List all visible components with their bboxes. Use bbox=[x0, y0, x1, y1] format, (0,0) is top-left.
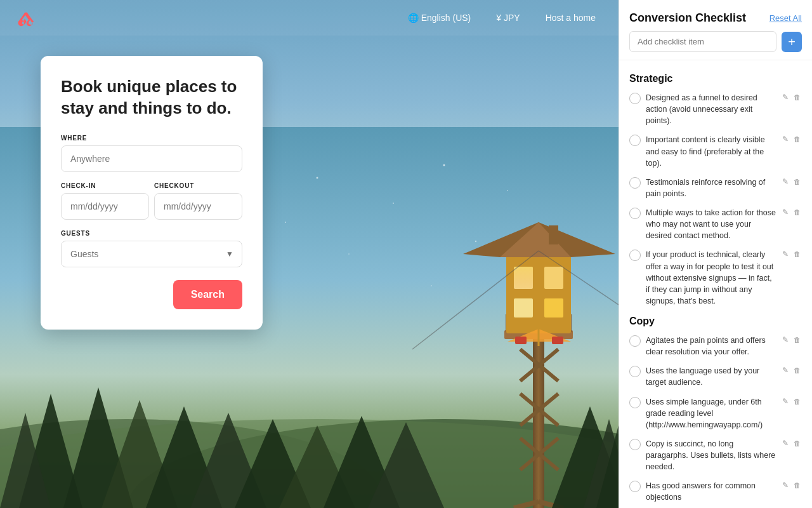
item-checkbox[interactable] bbox=[629, 208, 641, 219]
checklist-item: Important content is clearly visible and… bbox=[619, 130, 812, 172]
checklist-item: Designed as a funnel to desired action (… bbox=[619, 88, 812, 130]
delete-item-button[interactable] bbox=[792, 250, 802, 258]
add-checklist-input[interactable] bbox=[629, 31, 776, 52]
checkout-field: CHECKOUT bbox=[154, 182, 242, 220]
item-actions bbox=[781, 481, 802, 490]
checklist-item: Has good answers for common objections bbox=[619, 476, 812, 507]
where-input[interactable] bbox=[61, 145, 242, 172]
checklist-item: Agitates the pain points and offers clea… bbox=[619, 331, 812, 361]
where-label: WHERE bbox=[61, 135, 242, 142]
airbnb-logo-icon bbox=[15, 8, 36, 28]
navbar: 🌐 English (US) ¥ JPY Host a home bbox=[0, 0, 619, 36]
delete-item-button[interactable] bbox=[792, 439, 802, 448]
item-actions bbox=[781, 366, 802, 375]
item-text: Testimonials reinforce resolving of pain… bbox=[646, 177, 776, 199]
host-link[interactable]: Host a home bbox=[538, 8, 603, 28]
item-actions bbox=[781, 208, 802, 217]
add-item-row: + bbox=[629, 31, 802, 52]
svg-point-5 bbox=[285, 222, 286, 223]
svg-point-7 bbox=[475, 241, 476, 242]
item-checkbox[interactable] bbox=[629, 481, 641, 492]
item-checkbox[interactable] bbox=[629, 335, 641, 347]
svg-point-2 bbox=[393, 203, 394, 204]
airbnb-logo[interactable] bbox=[15, 8, 36, 28]
item-text: Has good answers for common objections bbox=[646, 480, 776, 503]
item-checkbox[interactable] bbox=[629, 93, 641, 104]
svg-point-1 bbox=[317, 177, 318, 179]
delete-item-button[interactable] bbox=[792, 366, 802, 375]
section-label-1: Copy bbox=[619, 311, 812, 331]
language-label: English (US) bbox=[421, 13, 471, 23]
reset-all-button[interactable]: Reset All bbox=[769, 13, 802, 23]
globe-icon: 🌐 bbox=[408, 13, 419, 23]
delete-item-button[interactable] bbox=[792, 135, 802, 144]
item-text: Multiple ways to take action for those w… bbox=[646, 207, 776, 241]
checkout-input[interactable] bbox=[154, 193, 242, 220]
checklist-panel: Conversion Checklist Reset All + Strateg… bbox=[619, 0, 812, 508]
language-selector[interactable]: 🌐 English (US) bbox=[400, 8, 479, 28]
svg-rect-38 bbox=[544, 267, 563, 289]
card-title: Book unique places to stay and things to… bbox=[61, 76, 242, 119]
item-text: Important content is clearly visible and… bbox=[646, 134, 776, 168]
checkin-input[interactable] bbox=[61, 193, 149, 220]
delete-item-button[interactable] bbox=[792, 335, 802, 344]
currency-label: ¥ JPY bbox=[496, 13, 520, 23]
edit-item-button[interactable] bbox=[781, 250, 790, 258]
checklist-item: Testimonials reinforce resolving of pain… bbox=[619, 173, 812, 203]
svg-rect-44 bbox=[549, 225, 558, 244]
section-label-0: Strategic bbox=[619, 68, 812, 88]
item-text: Uses the language used by your target au… bbox=[646, 365, 776, 388]
item-checkbox[interactable] bbox=[629, 177, 641, 189]
panel-header: Conversion Checklist Reset All + bbox=[619, 0, 812, 60]
item-actions bbox=[781, 177, 802, 186]
item-checkbox[interactable] bbox=[629, 397, 641, 408]
item-actions bbox=[781, 397, 802, 406]
panel-title-row: Conversion Checklist Reset All bbox=[629, 11, 802, 25]
delete-item-button[interactable] bbox=[792, 397, 802, 406]
item-actions bbox=[781, 135, 802, 144]
currency-selector[interactable]: ¥ JPY bbox=[488, 8, 527, 28]
delete-item-button[interactable] bbox=[792, 93, 802, 102]
item-checkbox[interactable] bbox=[629, 366, 641, 377]
delete-item-button[interactable] bbox=[792, 177, 802, 186]
svg-point-4 bbox=[507, 190, 508, 191]
add-item-button[interactable]: + bbox=[782, 32, 802, 52]
edit-item-button[interactable] bbox=[781, 208, 790, 217]
delete-item-button[interactable] bbox=[792, 481, 802, 490]
airbnb-page: 🌐 English (US) ¥ JPY Host a home Book un… bbox=[0, 0, 619, 508]
search-button[interactable]: Search bbox=[173, 280, 242, 309]
svg-point-6 bbox=[348, 253, 350, 255]
svg-rect-39 bbox=[514, 298, 533, 318]
checkin-label: CHECK-IN bbox=[61, 182, 149, 189]
item-checkbox[interactable] bbox=[629, 250, 641, 261]
checklist-item: Copy is succinct, no long paragarphs. Us… bbox=[619, 434, 812, 476]
panel-title: Conversion Checklist bbox=[629, 11, 746, 25]
item-checkbox[interactable] bbox=[629, 135, 641, 146]
edit-item-button[interactable] bbox=[781, 439, 790, 448]
search-card: Book unique places to stay and things to… bbox=[41, 56, 263, 330]
item-actions bbox=[781, 439, 802, 448]
item-text: Agitates the pain points and offers clea… bbox=[646, 335, 776, 358]
edit-item-button[interactable] bbox=[781, 481, 790, 490]
checklist-item: Multiple ways to take action for those w… bbox=[619, 203, 812, 245]
edit-item-button[interactable] bbox=[781, 177, 790, 186]
edit-item-button[interactable] bbox=[781, 397, 790, 406]
guests-label: GUESTS bbox=[61, 230, 242, 237]
edit-item-button[interactable] bbox=[781, 93, 790, 102]
checklist-item: Uses simple language, under 6th grade re… bbox=[619, 392, 812, 434]
svg-point-3 bbox=[443, 164, 445, 166]
checklist-body: StrategicDesigned as a funnel to desired… bbox=[619, 60, 812, 508]
guests-wrapper: Guests 1 guest 2 guests 3 guests 4+ gues… bbox=[61, 241, 242, 267]
edit-item-button[interactable] bbox=[781, 335, 790, 344]
item-text: If your product is technical, clearly of… bbox=[646, 249, 776, 307]
delete-item-button[interactable] bbox=[792, 208, 802, 217]
edit-item-button[interactable] bbox=[781, 366, 790, 375]
svg-rect-40 bbox=[544, 298, 563, 318]
item-checkbox[interactable] bbox=[629, 439, 641, 450]
svg-rect-41 bbox=[514, 267, 533, 289]
item-actions bbox=[781, 250, 802, 258]
checklist-item: Uses the language used by your target au… bbox=[619, 361, 812, 392]
guests-select[interactable]: Guests 1 guest 2 guests 3 guests 4+ gues… bbox=[61, 241, 242, 267]
checkin-field: CHECK-IN bbox=[61, 182, 149, 220]
edit-item-button[interactable] bbox=[781, 135, 790, 144]
